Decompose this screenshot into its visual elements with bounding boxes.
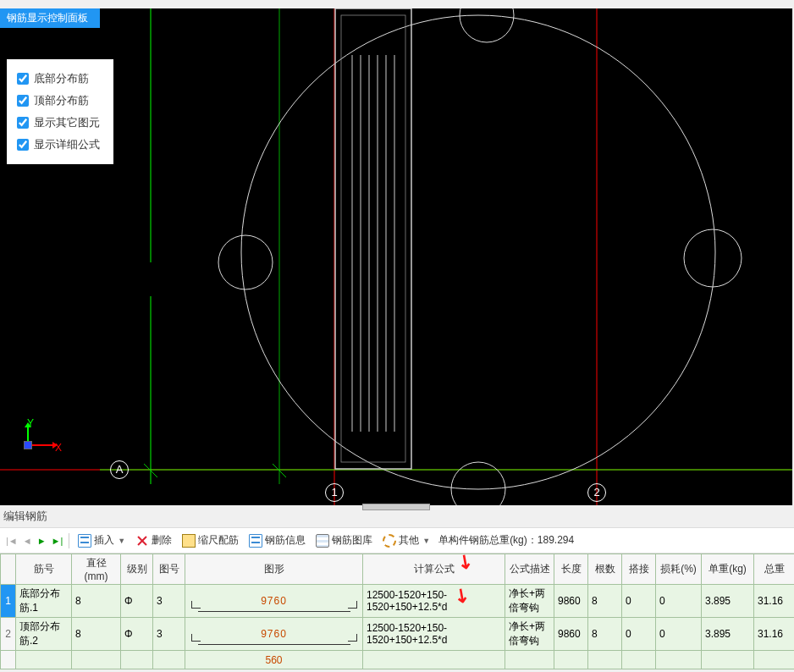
other-button[interactable]: 其他 ▼ <box>379 532 433 549</box>
insert-icon <box>78 534 91 548</box>
panel-title: 钢筋显示控制面板 <box>0 8 100 28</box>
col-dia[interactable]: 直径(mm) <box>72 554 121 585</box>
col-desc[interactable]: 公式描述 <box>505 554 554 585</box>
library-icon <box>316 534 329 548</box>
cell-dia[interactable]: 8 <box>72 618 121 651</box>
delete-label: 删除 <box>152 533 172 548</box>
scale-button[interactable]: 缩尺配筋 <box>179 532 242 549</box>
cell-totalw[interactable]: 31.16 <box>754 585 795 618</box>
gear-icon <box>383 534 396 548</box>
grid-label-A: A <box>110 460 129 479</box>
cell-desc[interactable]: 净长+两倍弯钩 <box>505 585 554 618</box>
table-header-row: 筋号 直径(mm) 级别 图号 图形 计算公式 公式描述 长度 根数 搭接 损耗… <box>1 554 795 585</box>
info-label: 钢筋信息 <box>265 533 306 548</box>
panel-option-label: 底部分布筋 <box>34 71 89 86</box>
panel-checkbox-1[interactable] <box>17 95 29 107</box>
col-splice[interactable]: 搭接 <box>622 554 656 585</box>
cad-viewport[interactable]: A 1 2 钢筋显示控制面板 底部分布筋 顶部分布筋 显示其它图元 显示详细公式… <box>0 0 794 505</box>
cell-shape[interactable]: 560 <box>185 651 363 669</box>
panel-option-label: 顶部分布筋 <box>34 93 89 108</box>
rebar-edit-toolbar: |◄ ◄ ► ►| 插入 ▼ 删除 缩尺配筋 钢筋信息 钢筋图库 其他 ▼ 单构… <box>0 527 794 554</box>
table-row[interactable]: 2 顶部分布筋.2 8 Φ 3 9760 12500-1520+150-1520… <box>1 618 795 651</box>
panel-option-1[interactable]: 顶部分布筋 <box>15 90 102 112</box>
cell-count[interactable]: 8 <box>588 585 622 618</box>
cell-splice[interactable]: 0 <box>622 585 656 618</box>
total-weight-label: 单构件钢筋总重(kg)：189.294 <box>438 533 574 548</box>
cell-unitw[interactable]: 3.895 <box>702 585 754 618</box>
panel-option-0[interactable]: 底部分布筋 <box>15 68 102 90</box>
cell-name[interactable]: 顶部分布筋.2 <box>16 618 72 651</box>
cell-name[interactable]: 底部分布筋.1 <box>16 585 72 618</box>
svg-point-7 <box>460 8 514 42</box>
cell-formula[interactable]: 12500-1520+150-1520+150+12.5*d <box>363 618 505 651</box>
panel-option-3[interactable]: 显示详细公式 <box>15 134 102 156</box>
nav-last-icon[interactable]: ►| <box>51 536 64 546</box>
cell-shape[interactable]: 9760 <box>185 585 363 618</box>
other-label: 其他 <box>399 533 419 548</box>
splitter-handle[interactable] <box>362 504 430 510</box>
col-figno[interactable]: 图号 <box>153 554 185 585</box>
cell-figno[interactable]: 3 <box>153 585 185 618</box>
cad-drawing <box>0 8 792 505</box>
cell-loss[interactable]: 0 <box>656 618 702 651</box>
insert-label: 插入 <box>94 533 114 548</box>
cell-splice[interactable]: 0 <box>622 618 656 651</box>
insert-button[interactable]: 插入 ▼ <box>74 532 129 549</box>
panel-option-label: 显示其它图元 <box>34 115 100 130</box>
total-weight-value: 189.294 <box>538 534 574 546</box>
grid-label-2: 2 <box>587 483 606 502</box>
panel-checkbox-3[interactable] <box>17 139 29 151</box>
svg-point-6 <box>241 15 715 489</box>
svg-point-10 <box>684 229 742 287</box>
cell-loss[interactable]: 0 <box>656 585 702 618</box>
rebar-library-button[interactable]: 钢筋图库 <box>312 532 376 549</box>
col-grade[interactable]: 级别 <box>121 554 153 585</box>
col-length[interactable]: 长度 <box>554 554 588 585</box>
col-unitw[interactable]: 单重(kg) <box>702 554 754 585</box>
nav-next-icon[interactable]: ► <box>36 536 47 546</box>
cell-length[interactable]: 9860 <box>554 585 588 618</box>
info-icon <box>249 534 262 548</box>
col-formula[interactable]: 计算公式 <box>363 554 505 585</box>
table-row[interactable]: 560 <box>1 651 795 669</box>
cell-dia[interactable]: 8 <box>72 585 121 618</box>
cell-shape[interactable]: 9760 <box>185 618 363 651</box>
col-totalw[interactable]: 总重 <box>754 554 795 585</box>
x-axis-arrow-icon <box>32 444 52 446</box>
dropdown-caret-icon: ▼ <box>422 537 430 545</box>
library-label: 钢筋图库 <box>332 533 372 548</box>
cell-grade[interactable]: Φ <box>121 618 153 651</box>
display-control-panel: 底部分布筋 顶部分布筋 显示其它图元 显示详细公式 <box>7 59 113 164</box>
cell-grade[interactable]: Φ <box>121 585 153 618</box>
col-name[interactable]: 筋号 <box>16 554 72 585</box>
col-count[interactable]: 根数 <box>588 554 622 585</box>
cell-unitw[interactable]: 3.895 <box>702 618 754 651</box>
rebar-info-button[interactable]: 钢筋信息 <box>245 532 309 549</box>
col-shape[interactable]: 图形 <box>185 554 363 585</box>
ruler-icon <box>182 534 196 548</box>
delete-button[interactable]: 删除 <box>132 532 175 549</box>
rebar-table[interactable]: 筋号 直径(mm) 级别 图号 图形 计算公式 公式描述 长度 根数 搭接 损耗… <box>0 554 794 669</box>
panel-checkbox-2[interactable] <box>17 117 29 129</box>
cell-formula[interactable]: 12500-1520+150-1520+150+12.5*d <box>363 585 505 618</box>
svg-point-8 <box>218 235 273 289</box>
cell-length[interactable]: 9860 <box>554 618 588 651</box>
cell-totalw[interactable]: 31.16 <box>754 618 795 651</box>
cell-count[interactable]: 8 <box>588 618 622 651</box>
scale-label: 缩尺配筋 <box>198 533 239 548</box>
panel-option-2[interactable]: 显示其它图元 <box>15 112 102 134</box>
nav-prev-icon[interactable]: ◄ <box>22 536 33 546</box>
nav-first-icon[interactable]: |◄ <box>5 536 19 546</box>
cell-desc[interactable]: 净长+两倍弯钩 <box>505 618 554 651</box>
col-blank <box>1 554 16 585</box>
coordinate-axes: Y X <box>17 414 68 465</box>
cell-figno[interactable]: 3 <box>153 618 185 651</box>
grid-label-1: 1 <box>325 483 344 502</box>
panel-option-label: 显示详细公式 <box>34 137 100 152</box>
table-row[interactable]: 1 底部分布筋.1 8 Φ 3 9760 12500-1520+150-1520… <box>1 585 795 618</box>
svg-point-9 <box>451 462 505 505</box>
y-axis-arrow-icon <box>27 427 29 441</box>
x-axis-label: X <box>55 442 62 454</box>
panel-checkbox-0[interactable] <box>17 73 29 85</box>
col-loss[interactable]: 损耗(%) <box>656 554 702 585</box>
